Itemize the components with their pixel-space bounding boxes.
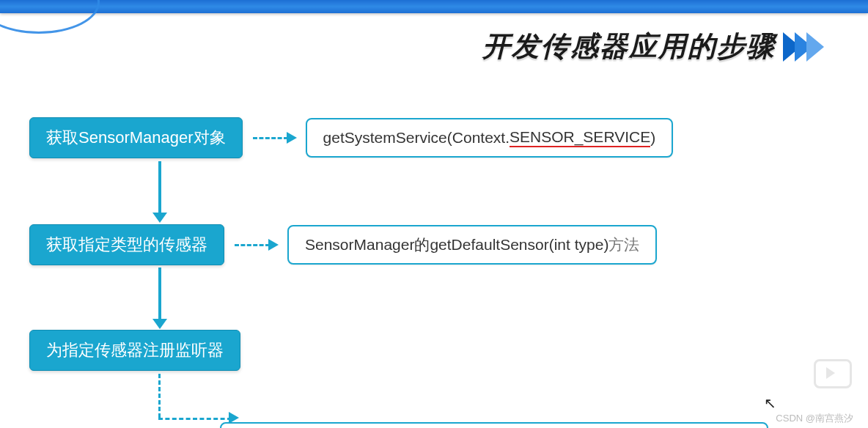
- step-row-1: 获取SensorManager对象 getSystemService(Conte…: [29, 117, 850, 158]
- step-box-get-sensor-manager: 获取SensorManager对象: [29, 117, 243, 158]
- step-row-2: 获取指定类型的传感器 SensorManager的getDefaultSenso…: [29, 224, 850, 265]
- code-text: getSystemService(: [323, 129, 452, 147]
- decor-arc: [0, 0, 100, 34]
- window-top-bar: [0, 0, 868, 13]
- step-label: 获取指定类型的传感器: [46, 234, 207, 256]
- cursor-icon: ↖: [764, 394, 776, 412]
- page-title-wrap: 开发传感器应用的步骤: [482, 28, 824, 65]
- code-text: SensorManager的getDefaultSensor(int type): [305, 235, 608, 255]
- code-text-underlined: SENSOR_SERVICE: [510, 128, 650, 147]
- pip-play-icon[interactable]: [814, 359, 852, 388]
- chevron-icon: [789, 32, 824, 62]
- page-title: 开发传感器应用的步骤: [482, 28, 776, 65]
- arrow-down-icon: [158, 268, 161, 319]
- step-label: 获取SensorManager对象: [46, 127, 226, 149]
- step-desc-get-default-sensor: SensorManager的getDefaultSensor(int type)…: [287, 225, 657, 265]
- step-row-4: 在Activity的onResume()方法中调用SensorManager的r…: [220, 422, 850, 428]
- dashed-L-arrow-icon: [158, 374, 239, 425]
- step-desc-register-listener: 在Activity的onResume()方法中调用SensorManager的r…: [220, 422, 768, 428]
- diagram-stage: 获取SensorManager对象 getSystemService(Conte…: [29, 117, 850, 428]
- arrow-down-icon: [158, 161, 161, 213]
- watermark-text: CSDN @南宫燕汐: [776, 412, 853, 425]
- step-label: 为指定传感器注册监听器: [46, 339, 224, 361]
- code-text: ): [650, 129, 655, 147]
- step-row-3: 为指定传感器注册监听器: [29, 330, 850, 371]
- cn-text: 方法: [608, 235, 639, 255]
- code-text: Context.: [452, 129, 510, 147]
- step-box-register-listener: 为指定传感器注册监听器: [29, 330, 240, 371]
- step-desc-get-sensor-manager: getSystemService(Context.SENSOR_SERVICE): [306, 118, 674, 158]
- step-box-get-default-sensor: 获取指定类型的传感器: [29, 224, 224, 265]
- dashed-arrow-icon: [235, 239, 279, 251]
- dashed-arrow-icon: [253, 132, 297, 144]
